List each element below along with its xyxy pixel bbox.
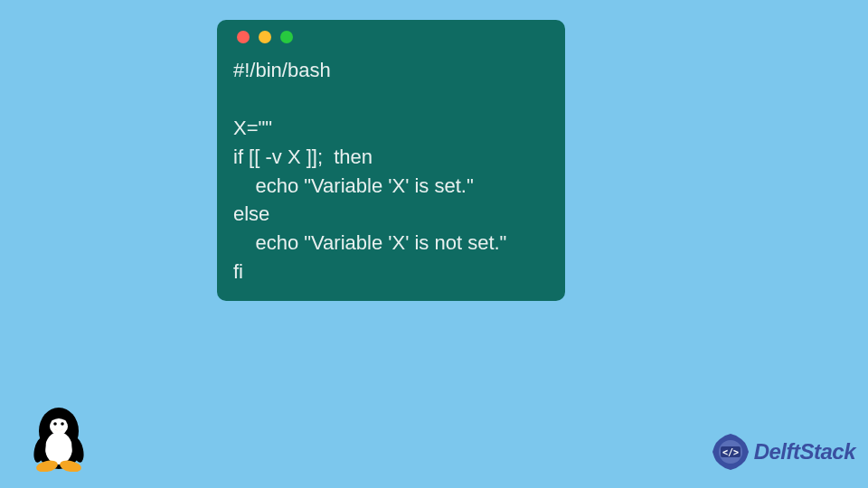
window-controls (233, 31, 549, 43)
svg-point-6 (53, 422, 57, 426)
svg-point-7 (61, 422, 64, 426)
code-window: #!/bin/bash X="" if [[ -v X ]]; then ech… (217, 20, 565, 301)
svg-text:</>: </> (722, 447, 739, 457)
delftstack-logo: </> DelftStack (711, 432, 855, 472)
code-content: #!/bin/bash X="" if [[ -v X ]]; then ech… (233, 56, 549, 286)
svg-point-2 (45, 432, 72, 465)
tux-penguin-icon (27, 399, 90, 472)
minimize-icon (259, 31, 271, 43)
maximize-icon (280, 31, 293, 43)
brand-name: DelftStack (754, 439, 855, 465)
code-brackets-badge-icon: </> (711, 432, 750, 472)
close-icon (237, 31, 250, 43)
